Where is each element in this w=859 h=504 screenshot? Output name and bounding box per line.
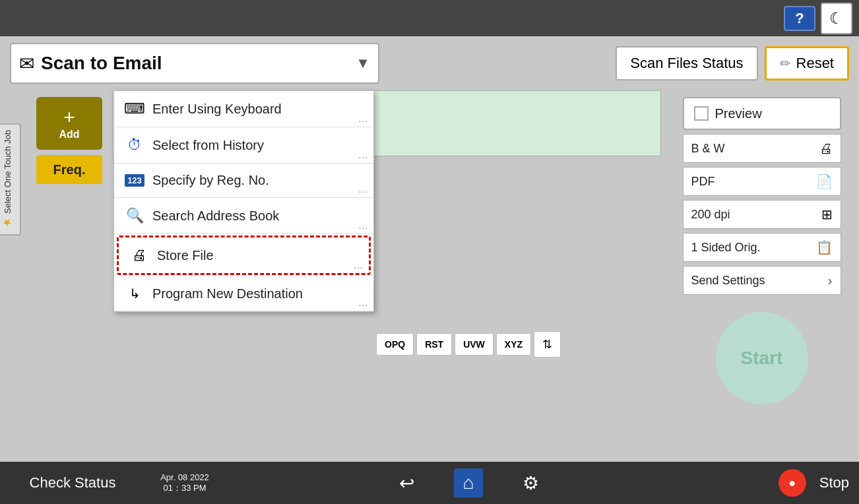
stop-area: ● Stop (714, 469, 859, 497)
menu-item-newdest[interactable]: Program New Destination ... (114, 276, 373, 311)
chevron-right-icon: › (828, 273, 833, 288)
reg-no-icon: 123 (125, 174, 144, 187)
menu-item-addressbook[interactable]: Search Address Book ... (114, 198, 373, 234)
preview-label: Preview (715, 106, 762, 121)
menu-label-storefile: Store File (157, 248, 358, 263)
select-touch-label: Select One Touch Job (3, 130, 13, 214)
header-area: ✉ Scan to Email ▼ Scan Files Status ✏ Re… (0, 36, 859, 90)
home-icon: ⌂ (463, 472, 474, 493)
program-icon (125, 286, 144, 301)
datetime-display: Apr. 08 2022 01：33 PM (145, 472, 224, 494)
nav-icons: ↩ ⌂ ⚙ (224, 468, 714, 497)
search-icon (125, 207, 144, 224)
dots-keyboard: ... (358, 113, 368, 124)
moon-button[interactable]: ☾ (821, 3, 852, 34)
send-settings-label: Send Settings (691, 274, 765, 288)
check-status-button[interactable]: Check Status (0, 474, 145, 491)
history-icon (125, 137, 144, 154)
moon-icon: ☾ (829, 9, 844, 28)
dots-storefile: ... (354, 260, 364, 270)
dropdown-arrow-icon: ▼ (356, 55, 370, 72)
setting-row-bw[interactable]: B & W 🖨 (683, 134, 841, 163)
start-label: Start (741, 348, 783, 369)
swap-button[interactable]: ⇅ (534, 331, 561, 358)
select-one-touch-job-tab[interactable]: ★ Select One Touch Job (0, 123, 21, 236)
freq-label: Freq. (53, 162, 86, 177)
alphabet-row: OPQ RST UVW XYZ ⇅ (376, 331, 658, 358)
settings-icon: ⚙ (523, 472, 539, 494)
menu-label-addressbook: Search Address Book (152, 208, 363, 224)
setting-label-pdf: PDF (691, 175, 715, 189)
dots-regno: ... (358, 184, 368, 195)
reset-label: Reset (796, 55, 834, 72)
home-button[interactable]: ⌂ (454, 468, 484, 497)
preview-button[interactable]: Preview (683, 97, 841, 130)
time-label: 01：33 PM (163, 482, 206, 494)
preview-checkbox[interactable] (694, 106, 709, 121)
help-button[interactable]: ? (784, 6, 815, 31)
stop-label[interactable]: Stop (819, 474, 849, 491)
check-status-label: Check Status (30, 474, 116, 491)
right-panel: Preview B & W 🖨 PDF 📄 200 dpi ⊞ 1 Sided … (664, 90, 859, 411)
setting-icon-pdf: 📄 (816, 173, 833, 189)
keyboard-icon: ⌨ (125, 100, 144, 117)
setting-row-sided[interactable]: 1 Sided Orig. 📋 (683, 233, 841, 262)
menu-item-history[interactable]: Select from History ... (114, 127, 373, 164)
scan-files-status-button[interactable]: Scan Files Status (616, 46, 757, 80)
alpha-key-opq[interactable]: OPQ (376, 333, 414, 356)
star-icon: ★ (1, 216, 14, 229)
dots-history: ... (358, 150, 368, 160)
alpha-key-rst[interactable]: RST (416, 333, 452, 356)
dots-addressbook: ... (358, 220, 368, 231)
setting-icon-bw: 🖨 (819, 141, 833, 156)
top-bar: ? ☾ (0, 0, 859, 36)
store-file-icon (129, 247, 149, 264)
stop-circle-button[interactable]: ● (779, 469, 806, 497)
dropdown-menu: ⌨ Enter Using Keyboard ... Select from H… (113, 90, 374, 312)
menu-item-keyboard[interactable]: ⌨ Enter Using Keyboard ... (114, 91, 373, 127)
stop-circle-icon: ● (788, 476, 796, 490)
send-settings-button[interactable]: Send Settings › (683, 266, 841, 295)
reset-button[interactable]: ✏ Reset (765, 46, 849, 80)
menu-item-regno[interactable]: 123 Specify by Reg. No. ... (114, 164, 373, 198)
email-icon: ✉ (19, 53, 34, 75)
setting-icon-sided: 📋 (816, 239, 833, 255)
scan-files-status-label: Scan Files Status (630, 55, 743, 72)
plus-icon: + (63, 106, 75, 129)
alpha-key-xyz[interactable]: XYZ (496, 333, 531, 356)
add-button[interactable]: + Add (36, 97, 102, 150)
alpha-key-uvw[interactable]: UVW (455, 333, 493, 356)
dots-newdest: ... (358, 298, 368, 308)
scan-to-email-button[interactable]: ✉ Scan to Email ▼ (10, 43, 379, 84)
freq-button[interactable]: Freq. (36, 155, 102, 184)
setting-label-sided: 1 Sided Orig. (691, 241, 761, 255)
start-button[interactable]: Start (716, 312, 808, 404)
main-content: ★ Select One Touch Job + Add Freq. ⌨ Ent… (0, 90, 859, 480)
back-button[interactable]: ↩ (399, 472, 414, 494)
menu-label-history: Select from History (152, 138, 363, 153)
bottom-bar: Check Status Apr. 08 2022 01：33 PM ↩ ⌂ ⚙… (0, 462, 859, 504)
left-sidebar: ★ Select One Touch Job + Add Freq. ⌨ Ent… (0, 90, 112, 480)
add-label: Add (59, 129, 79, 141)
setting-row-dpi[interactable]: 200 dpi ⊞ (683, 200, 841, 229)
menu-item-storefile[interactable]: Store File ... (117, 236, 371, 275)
setting-label-bw: B & W (691, 142, 725, 156)
menu-label-keyboard: Enter Using Keyboard (152, 102, 363, 117)
setting-icon-dpi: ⊞ (821, 206, 833, 222)
scan-to-email-label: Scan to Email (41, 53, 349, 74)
back-icon: ↩ (399, 472, 414, 494)
help-icon: ? (795, 10, 804, 27)
pencil-icon: ✏ (780, 55, 791, 71)
menu-label-regno: Specify by Reg. No. (152, 173, 363, 188)
date-label: Apr. 08 2022 (160, 472, 209, 482)
settings-button[interactable]: ⚙ (523, 472, 539, 494)
setting-row-pdf[interactable]: PDF 📄 (683, 167, 841, 196)
menu-label-newdest: Program New Destination (152, 286, 363, 301)
setting-label-dpi: 200 dpi (691, 208, 730, 222)
